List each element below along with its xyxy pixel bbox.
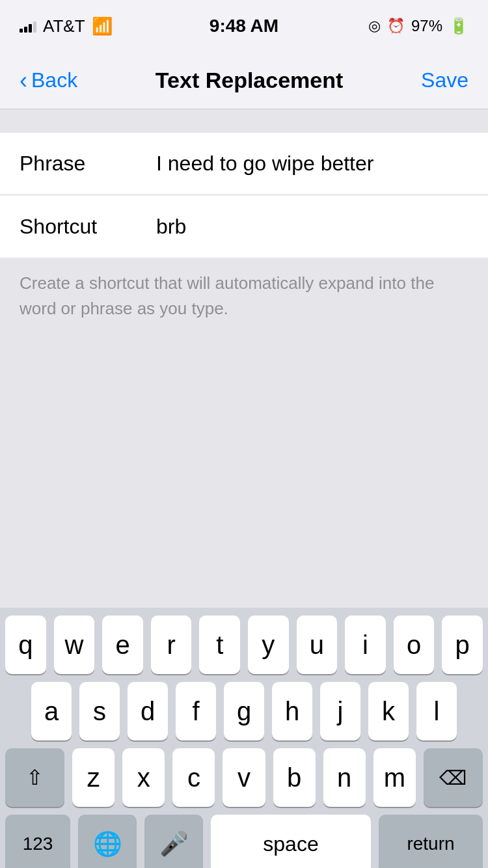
key-x[interactable]: x bbox=[122, 748, 165, 807]
back-button[interactable]: ‹ Back bbox=[20, 67, 77, 94]
keyboard-bottom-row: 123 🌐 🎤 space return bbox=[0, 807, 488, 868]
shortcut-value[interactable]: brb bbox=[156, 215, 468, 239]
battery-icon: 🔋 bbox=[449, 17, 468, 35]
key-o[interactable]: o bbox=[394, 616, 435, 674]
status-left: AT&T 📶 bbox=[20, 16, 113, 36]
key-v[interactable]: v bbox=[223, 748, 265, 807]
key-t[interactable]: t bbox=[199, 616, 240, 674]
save-button[interactable]: Save bbox=[421, 68, 468, 92]
back-label: Back bbox=[31, 68, 77, 92]
mic-key[interactable]: 🎤 bbox=[144, 815, 203, 868]
location-icon: ◎ bbox=[368, 18, 381, 34]
key-l[interactable]: l bbox=[416, 682, 457, 740]
key-f[interactable]: f bbox=[176, 682, 216, 740]
key-r[interactable]: r bbox=[151, 616, 192, 674]
key-h[interactable]: h bbox=[272, 682, 312, 740]
form-section: Phrase I need to go wipe better Shortcut… bbox=[0, 133, 488, 258]
numbers-key[interactable]: 123 bbox=[5, 815, 70, 868]
key-p[interactable]: p bbox=[442, 616, 483, 674]
battery-percent: 97% bbox=[411, 17, 442, 35]
wifi-icon: 📶 bbox=[92, 16, 113, 36]
shortcut-row: Shortcut brb bbox=[0, 195, 488, 258]
space-key[interactable]: space bbox=[211, 815, 371, 868]
phrase-label: Phrase bbox=[20, 152, 156, 176]
status-right: ◎ ⏰ 97% 🔋 bbox=[368, 17, 468, 35]
key-s[interactable]: s bbox=[79, 682, 120, 740]
keyboard-row-3: ⇧ z x c v b n m ⌫ bbox=[0, 740, 488, 807]
key-n[interactable]: n bbox=[323, 748, 366, 807]
key-j[interactable]: j bbox=[320, 682, 360, 740]
globe-key[interactable]: 🌐 bbox=[78, 815, 137, 868]
section-spacer bbox=[0, 109, 488, 133]
key-m[interactable]: m bbox=[373, 748, 416, 807]
key-q[interactable]: q bbox=[5, 616, 46, 674]
key-a[interactable]: a bbox=[31, 682, 72, 740]
status-bar: AT&T 📶 9:48 AM ◎ ⏰ 97% 🔋 bbox=[0, 0, 488, 52]
key-y[interactable]: y bbox=[248, 616, 289, 674]
carrier-label: AT&T bbox=[43, 16, 85, 36]
key-w[interactable]: w bbox=[54, 616, 95, 674]
key-g[interactable]: g bbox=[224, 682, 264, 740]
page-title: Text Replacement bbox=[156, 68, 343, 93]
shortcut-label: Shortcut bbox=[20, 215, 156, 239]
key-b[interactable]: b bbox=[273, 748, 316, 807]
keyboard-row-2: a s d f g h j k l bbox=[0, 674, 488, 740]
phrase-row: Phrase I need to go wipe better bbox=[0, 133, 488, 195]
phrase-value[interactable]: I need to go wipe better bbox=[156, 152, 468, 176]
chevron-left-icon: ‹ bbox=[20, 67, 27, 94]
key-u[interactable]: u bbox=[297, 616, 338, 674]
key-c[interactable]: c bbox=[172, 748, 215, 807]
keyboard-row-1: q w e r t y u i o p bbox=[0, 608, 488, 674]
status-time: 9:48 AM bbox=[210, 16, 278, 36]
help-text: Create a shortcut that will automaticall… bbox=[0, 258, 488, 334]
key-d[interactable]: d bbox=[128, 682, 168, 740]
return-key[interactable]: return bbox=[379, 815, 483, 868]
key-z[interactable]: z bbox=[72, 748, 115, 807]
main-spacer bbox=[0, 334, 488, 608]
key-i[interactable]: i bbox=[345, 616, 386, 674]
nav-bar: ‹ Back Text Replacement Save bbox=[0, 52, 488, 109]
keyboard: q w e r t y u i o p a s d f g h j k l ⇧ … bbox=[0, 608, 488, 868]
delete-key[interactable]: ⌫ bbox=[424, 748, 483, 807]
signal-bars-icon bbox=[20, 20, 36, 33]
alarm-icon: ⏰ bbox=[387, 18, 405, 34]
shift-key[interactable]: ⇧ bbox=[5, 748, 64, 807]
key-k[interactable]: k bbox=[368, 682, 409, 740]
key-e[interactable]: e bbox=[102, 616, 143, 674]
